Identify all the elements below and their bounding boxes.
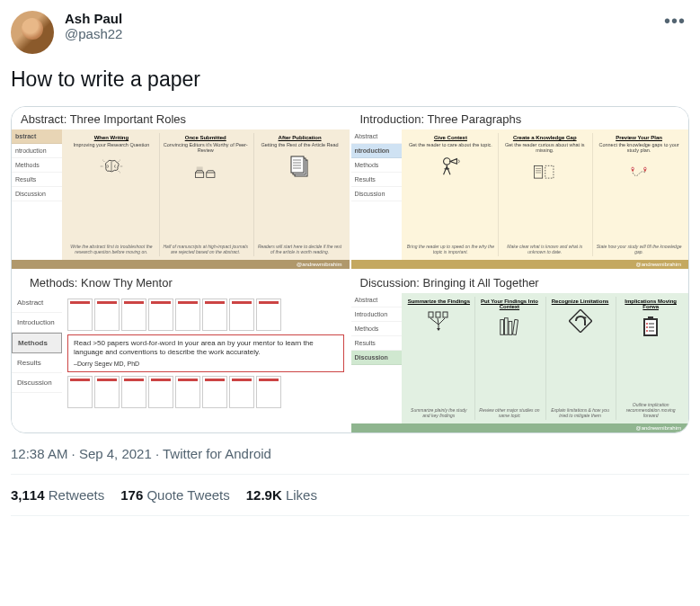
nav-item: Abstract bbox=[351, 129, 402, 144]
tweet-text: How to write a paper bbox=[11, 67, 689, 94]
col-head: Once Submitted bbox=[185, 135, 226, 140]
nav-item: ntroduction bbox=[12, 144, 62, 158]
avatar[interactable] bbox=[11, 11, 54, 54]
svg-rect-24 bbox=[512, 319, 518, 334]
svg-rect-21 bbox=[501, 319, 504, 334]
nav-item: Methods bbox=[12, 333, 62, 353]
slide-credit: @andrewmibrahim bbox=[12, 260, 350, 269]
media-image-2[interactable]: Introduction: Three Paragraphs Abstract … bbox=[351, 107, 689, 269]
col-sub: Connect the knowledge gaps to your study… bbox=[595, 142, 683, 154]
nav-item: Methods bbox=[351, 158, 402, 173]
display-name: Ash Paul bbox=[65, 11, 660, 26]
slide2-title: Introduction: Three Paragraphs bbox=[351, 107, 689, 129]
svg-rect-18 bbox=[429, 312, 433, 317]
svg-rect-0 bbox=[195, 173, 203, 177]
media-image-4[interactable]: Discussion: Bringing it All Together Abs… bbox=[351, 271, 689, 432]
user-names[interactable]: Ash Paul @pash22 bbox=[65, 11, 660, 41]
slide3-title: Methods: Know Thy Mentor bbox=[12, 271, 350, 293]
brain-icon bbox=[100, 155, 123, 178]
svg-rect-1 bbox=[206, 173, 214, 177]
nav-item: Results bbox=[12, 353, 62, 373]
svg-point-31 bbox=[646, 330, 648, 332]
quote-text: Read >50 papers word-for-word in your ar… bbox=[74, 339, 338, 358]
col-foot: Review other major studies on same topic bbox=[477, 407, 542, 418]
svg-rect-19 bbox=[436, 312, 440, 317]
col-head: Preview Your Plan bbox=[616, 135, 662, 140]
tweet-container: Ash Paul @pash22 ••• How to write a pape… bbox=[11, 11, 689, 516]
likes-stat[interactable]: 12.9K Likes bbox=[246, 487, 317, 503]
user-handle: @pash22 bbox=[65, 26, 660, 41]
col-sub: Improving your Research Question bbox=[73, 142, 149, 148]
col-foot: Make clear what is known and what is unk… bbox=[501, 244, 589, 254]
nav-item: Results bbox=[351, 336, 402, 351]
svg-rect-22 bbox=[504, 318, 508, 335]
tweet-stats: 3,114 Retweets 176 Quote Tweets 12.9K Li… bbox=[11, 475, 689, 515]
svg-point-29 bbox=[646, 323, 648, 325]
col-foot: Write the abstract first to troubleshoot… bbox=[67, 244, 155, 254]
svg-rect-11 bbox=[535, 165, 543, 178]
col-foot: Outline implication recommendation movin… bbox=[618, 402, 683, 418]
svg-point-16 bbox=[632, 168, 634, 170]
nav-item: Methods bbox=[12, 158, 62, 173]
col-foot: Explain limitations & how you tried to m… bbox=[548, 407, 613, 418]
clipboard-icon bbox=[639, 315, 662, 338]
col-foot: Bring the reader up to speed on the why … bbox=[407, 244, 495, 254]
nav-item: bstract bbox=[12, 129, 62, 144]
nav-item: Discussion bbox=[351, 351, 402, 365]
nav-item: Abstract bbox=[12, 293, 62, 313]
svg-rect-2 bbox=[197, 167, 202, 172]
nav-item: Introduction bbox=[12, 313, 62, 333]
retweets-stat[interactable]: 3,114 Retweets bbox=[11, 487, 104, 503]
slide1-title: Abstract: Three Important Roles bbox=[12, 107, 350, 129]
col-sub: Get the reader to care about the topic. bbox=[409, 142, 492, 148]
warning-icon bbox=[569, 309, 592, 333]
col-foot: Half of manuscripts at high-impact journ… bbox=[162, 244, 250, 254]
nav-item: Introduction bbox=[351, 307, 402, 322]
svg-rect-5 bbox=[291, 156, 304, 173]
slide1-nav: bstract ntroduction Methods Results Disc… bbox=[12, 129, 62, 260]
books-icon bbox=[498, 315, 521, 338]
slide2-nav: Abstract ntroduction Methods Results Dis… bbox=[351, 129, 402, 260]
divider bbox=[11, 515, 689, 516]
nav-item: Discussion bbox=[12, 187, 62, 201]
col-head: Implications Moving Forwa bbox=[618, 299, 683, 309]
col-head: Put Your Findings Into Context bbox=[477, 299, 542, 309]
quotes-stat[interactable]: 176 Quote Tweets bbox=[120, 487, 229, 503]
nav-item: Discussion bbox=[351, 187, 402, 201]
col-head: After Publication bbox=[279, 135, 322, 140]
paper-thumbnails bbox=[67, 376, 344, 408]
nav-item: Abstract bbox=[351, 293, 402, 307]
quote-box: Read >50 papers word-for-word in your ar… bbox=[67, 334, 344, 372]
nav-item: Results bbox=[12, 173, 62, 187]
col-head: When Writing bbox=[94, 135, 129, 140]
slide3-nav: Abstract Introduction Methods Results Di… bbox=[12, 293, 62, 432]
more-icon[interactable]: ••• bbox=[660, 11, 689, 31]
media-image-1[interactable]: Abstract: Three Important Roles bstract … bbox=[12, 107, 350, 269]
map-pins-icon bbox=[627, 161, 651, 184]
col-head: Recognize Limitations bbox=[552, 299, 609, 304]
svg-rect-23 bbox=[509, 321, 512, 334]
timestamp[interactable]: 12:38 AM · Sep 4, 2021 · Twitter for And… bbox=[11, 446, 689, 461]
col-sub: Getting the Rest of the Article Read bbox=[261, 142, 338, 148]
inbox-icon bbox=[194, 161, 217, 184]
col-sub: Convincing Editors it's Worthy of Peer-R… bbox=[162, 142, 250, 154]
media-image-3[interactable]: Methods: Know Thy Mentor Abstract Introd… bbox=[12, 271, 350, 432]
funnel-icon bbox=[427, 309, 450, 333]
svg-rect-25 bbox=[569, 309, 591, 332]
col-foot: Summarize plainly the study and key find… bbox=[407, 407, 472, 418]
col-foot: Readers will start here to decide if the… bbox=[256, 244, 344, 254]
document-stack-icon bbox=[288, 155, 312, 178]
nav-item: Methods bbox=[351, 322, 402, 336]
document-gap-icon bbox=[533, 161, 556, 184]
col-head: Give Context bbox=[434, 135, 467, 140]
svg-rect-28 bbox=[648, 316, 653, 320]
col-foot: State how your study will fill the knowl… bbox=[595, 244, 683, 254]
nav-item: Discussion bbox=[12, 373, 62, 393]
col-sub: Get the reader curious about what is mis… bbox=[501, 142, 589, 154]
slide4-nav: Abstract Introduction Methods Results Di… bbox=[351, 293, 402, 423]
slide4-title: Discussion: Bringing it All Together bbox=[351, 271, 689, 293]
megaphone-icon bbox=[439, 155, 462, 178]
svg-rect-20 bbox=[443, 312, 447, 317]
col-head: Summarize the Findings bbox=[408, 299, 470, 304]
nav-item: ntroduction bbox=[351, 144, 402, 158]
